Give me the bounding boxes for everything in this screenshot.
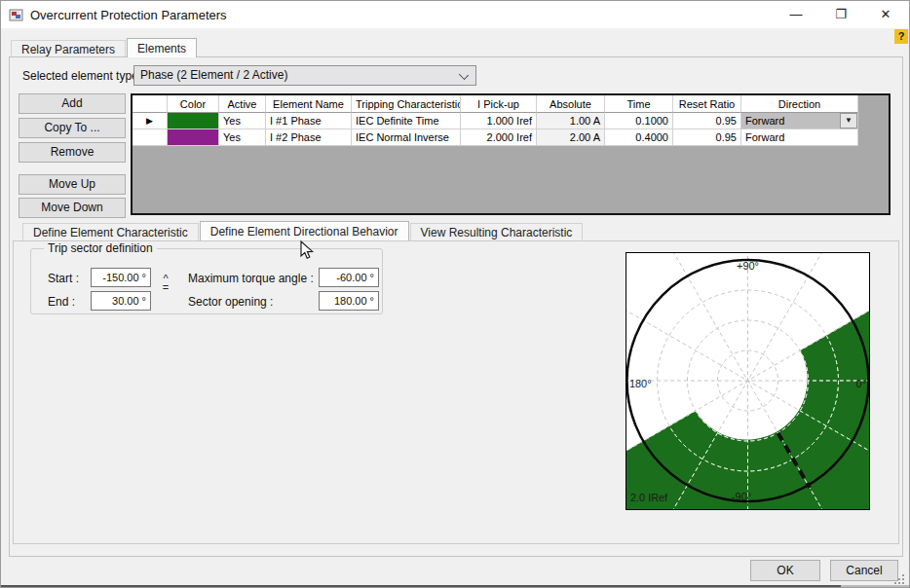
grid-header-row: Color Active Element Name Tripping Chara…: [133, 95, 889, 113]
maximize-button[interactable]: ❐: [818, 1, 863, 28]
row-selector[interactable]: [133, 129, 168, 146]
header-filler: [858, 95, 889, 113]
active-cell[interactable]: Yes: [219, 113, 266, 129]
time-cell[interactable]: 0.4000: [605, 129, 673, 146]
header-element-name[interactable]: Element Name: [266, 95, 352, 113]
absolute-cell[interactable]: 1.00 A: [537, 113, 605, 129]
elements-grid: Color Active Element Name Tripping Chara…: [131, 93, 891, 215]
chevron-down-icon: [459, 70, 469, 80]
title-bar: Overcurrent Protection Parameters — ❐ ✕: [1, 1, 909, 28]
radius-scale-label: 2.0 IRef: [630, 492, 668, 503]
element-type-combobox[interactable]: Phase (2 Element / 2 Active): [133, 65, 476, 86]
tab-relay-parameters[interactable]: Relay Parameters: [11, 40, 126, 57]
angle-label-left: 180°: [629, 378, 652, 389]
reset-ratio-cell[interactable]: 0.95: [673, 129, 741, 146]
copy-to-button[interactable]: Copy To ...: [19, 118, 126, 138]
time-cell[interactable]: 0.1000: [605, 113, 673, 129]
row-filler: [858, 113, 889, 129]
end-label: End :: [48, 295, 75, 309]
help-button[interactable]: ?: [894, 29, 908, 44]
dropdown-arrow-icon[interactable]: ▼: [840, 113, 857, 129]
max-torque-angle-label: Maximum torque angle :: [188, 272, 314, 285]
header-direction[interactable]: Direction: [741, 95, 858, 113]
corresponds-to-icon: ^ =: [159, 275, 172, 292]
tab-elements[interactable]: Elements: [127, 38, 197, 57]
direction-cell[interactable]: Forward ▼: [741, 113, 858, 129]
header-tripping-characteristic[interactable]: Tripping Characteristic: [352, 95, 461, 113]
active-cell[interactable]: Yes: [219, 129, 266, 146]
move-up-button[interactable]: Move Up: [19, 174, 126, 195]
trip-sector-group-label: Trip sector definition: [44, 241, 157, 255]
tripping-characteristic-cell[interactable]: IEC Definite Time: [352, 113, 461, 129]
i-pickup-cell[interactable]: 2.000 Iref: [461, 129, 537, 146]
end-angle-field[interactable]: 30.00 °: [91, 291, 151, 311]
tab-define-element-characteristic[interactable]: Define Element Characteristic: [22, 223, 199, 240]
polar-chart: +90° 180° 0° -90° 2.0 IRef: [626, 252, 870, 510]
table-row[interactable]: Yes I #2 Phase IEC Normal Inverse 2.000 …: [133, 129, 889, 146]
color-cell[interactable]: [168, 129, 219, 146]
max-torque-angle-field[interactable]: -60.00 °: [319, 268, 379, 287]
header-time[interactable]: Time: [605, 95, 673, 113]
direction-combobox[interactable]: Forward ▼: [741, 113, 857, 129]
header-i-pickup[interactable]: I Pick-up: [461, 95, 537, 113]
current-row-arrow-icon[interactable]: ▶: [133, 113, 168, 129]
absolute-cell[interactable]: 2.00 A: [537, 129, 605, 146]
table-row[interactable]: ▶ Yes I #1 Phase IEC Definite Time 1.000…: [133, 113, 889, 129]
element-name-cell[interactable]: I #2 Phase: [266, 129, 352, 146]
mouse-cursor-icon: [299, 240, 317, 260]
color-swatch[interactable]: [168, 113, 218, 129]
header-reset-ratio[interactable]: Reset Ratio: [673, 95, 741, 113]
direction-value: Forward: [741, 113, 840, 129]
angle-label-right: 0°: [856, 378, 866, 389]
dialog-window: Overcurrent Protection Parameters — ❐ ✕ …: [0, 0, 910, 588]
sector-opening-label: Sector opening :: [188, 295, 273, 309]
element-name-cell[interactable]: I #1 Phase: [266, 113, 352, 129]
color-cell[interactable]: [168, 113, 219, 129]
ok-button[interactable]: OK: [750, 560, 820, 581]
move-down-button[interactable]: Move Down: [19, 198, 126, 218]
remove-button[interactable]: Remove: [19, 142, 126, 163]
reset-ratio-cell[interactable]: 0.95: [673, 113, 741, 129]
sector-opening-field[interactable]: 180.00 °: [319, 291, 379, 311]
close-button[interactable]: ✕: [863, 1, 908, 28]
selected-element-type-label: Selected element type:: [22, 69, 141, 83]
add-button[interactable]: Add: [19, 93, 126, 114]
app-icon: [9, 7, 24, 22]
angle-label-top: +90°: [737, 260, 759, 272]
tripping-characteristic-cell[interactable]: IEC Normal Inverse: [352, 129, 461, 146]
tab-view-resulting-characteristic[interactable]: View Resulting Characteristic: [410, 223, 584, 240]
window-title: Overcurrent Protection Parameters: [30, 8, 227, 22]
resize-grip[interactable]: [892, 572, 905, 585]
row-filler: [858, 129, 889, 146]
tab-define-element-directional-behavior[interactable]: Define Element Directional Behavior: [200, 221, 409, 240]
header-absolute[interactable]: Absolute: [537, 95, 605, 113]
sub-tab-strip: Define Element Characteristic Define Ele…: [22, 223, 584, 241]
header-selector: [133, 95, 168, 113]
start-label: Start :: [48, 272, 79, 285]
header-active[interactable]: Active: [219, 95, 266, 113]
header-color[interactable]: Color: [168, 95, 219, 113]
minimize-button[interactable]: —: [774, 1, 818, 28]
start-angle-field[interactable]: -150.00 °: [91, 268, 151, 287]
cancel-button[interactable]: Cancel: [830, 560, 898, 581]
angle-label-bottom: -90°: [732, 491, 751, 502]
i-pickup-cell[interactable]: 1.000 Iref: [461, 113, 537, 129]
color-swatch[interactable]: [168, 129, 218, 145]
element-type-value: Phase (2 Element / 2 Active): [140, 68, 287, 82]
main-tab-strip: Relay Parameters Elements: [11, 40, 198, 57]
direction-cell[interactable]: Forward: [741, 129, 858, 146]
